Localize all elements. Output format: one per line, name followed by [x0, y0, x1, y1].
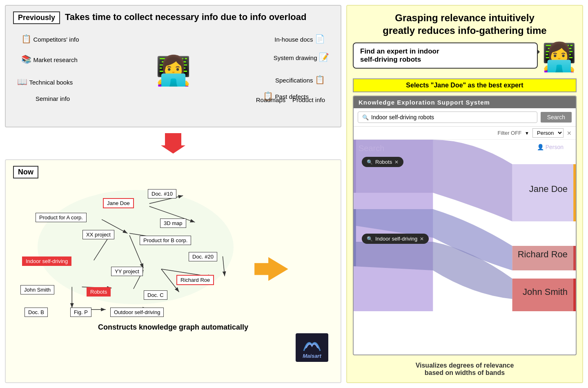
search-input-value: Indoor self-driving robots	[371, 114, 434, 120]
now-caption: Constructs knowledge graph automatically	[13, 323, 333, 332]
down-arrow	[5, 132, 341, 155]
info-item-system-drawing: System drawing 📝	[274, 52, 329, 62]
svg-rect-23	[573, 279, 576, 311]
node-richard-roe: Richard Roe	[176, 275, 214, 285]
node-jane-doe: Jane Doe	[103, 198, 134, 208]
node-product-a: Product for A corp.	[36, 213, 87, 222]
speech-bubble-area: Find an expert in indoor self-driving ro…	[353, 42, 577, 74]
node-john-smith: John Smith	[20, 285, 54, 294]
person-with-laptop-icon: 👩‍💻	[542, 41, 577, 74]
right-panel: Grasping relevance intuitively greatly r…	[346, 5, 583, 383]
svg-rect-20	[354, 209, 356, 266]
right-title: Grasping relevance intuitively greatly r…	[353, 11, 577, 37]
previously-badge: Previously	[13, 11, 60, 24]
chip-robots[interactable]: 🔍 Robots ✕	[362, 157, 403, 167]
node-product-b: Product for B corp.	[140, 236, 191, 245]
chip-indoor-label: Indoor self-driving	[375, 236, 417, 242]
info-item-market: 📚 Market research	[21, 54, 78, 64]
svg-rect-22	[573, 246, 576, 270]
maisart-logo: Maisart	[296, 333, 328, 362]
node-yy-project: YY project	[111, 267, 143, 276]
node-indoor: Indoor self-driving	[22, 256, 71, 266]
search-button[interactable]: Search	[541, 112, 572, 123]
svg-rect-21	[573, 164, 576, 221]
chip-indoor[interactable]: 🔍 Indoor self-driving ✕	[362, 234, 429, 244]
filter-close-btn[interactable]: ✕	[567, 130, 572, 136]
info-item-inhouse: In-house docs 📄	[274, 34, 325, 44]
left-panel: Previously Takes time to collect necessa…	[5, 5, 341, 383]
now-badge: Now	[13, 166, 38, 178]
speech-bubble: Find an expert in indoor self-driving ro…	[353, 42, 538, 69]
node-fig-p: Fig. P	[70, 308, 91, 317]
chip-search-icon-2: 🔍	[367, 236, 373, 242]
sankey-search-label: Search	[359, 144, 384, 153]
svg-rect-19	[354, 140, 356, 193]
info-item-seminar: Seminar info	[36, 95, 70, 103]
node-outdoor: Outdoor self-driving	[110, 308, 164, 317]
system-header: Knowledge Exploration Support System	[354, 96, 576, 108]
search-input-box[interactable]: 🔍 Indoor self-driving robots	[358, 111, 537, 123]
sankey-person-label: 👤 Person	[537, 144, 564, 150]
selects-banner: Selects "Jane Doe" as the best expert	[353, 78, 577, 92]
knowledge-graph: Jane Doe Doc. #10 3D map Product for A c…	[13, 182, 333, 321]
system-ui: Knowledge Exploration Support System 🔍 I…	[353, 96, 577, 355]
now-section: Now	[5, 159, 341, 383]
previously-section: Previously Takes time to collect necessa…	[5, 5, 341, 127]
person-john-smith: John Smith	[523, 287, 568, 297]
sankey-visualization: Search 👤 Person 🔍 Robots ✕ 🔍 Indoor self…	[354, 140, 576, 311]
chip-robots-close[interactable]: ✕	[394, 159, 399, 165]
system-search-bar: 🔍 Indoor self-driving robots Search	[354, 108, 576, 127]
filter-bar: Filter OFF ▼ Person ✕	[354, 127, 576, 140]
filter-triangle-icon: ▼	[525, 131, 529, 136]
right-caption: Visualizes degrees of relevance based on…	[353, 362, 577, 377]
node-doc20: Doc. #20	[189, 252, 217, 261]
person-icon-small: 👤	[537, 144, 544, 150]
info-item-specs: Specifications 📋	[275, 75, 325, 85]
svg-marker-16	[268, 257, 288, 281]
node-3d-map: 3D map	[160, 219, 186, 228]
svg-marker-0	[161, 133, 185, 154]
person-jane-doe: Jane Doe	[529, 184, 568, 194]
previously-title: Takes time to collect necessary info due…	[65, 11, 306, 23]
chip-robots-label: Robots	[375, 159, 392, 165]
node-doc-c: Doc. C	[144, 290, 167, 300]
node-doc10: Doc. #10	[148, 189, 176, 198]
search-icon: 🔍	[362, 114, 369, 120]
node-doc-b: Doc. B	[24, 308, 48, 317]
node-xx-project: XX project	[82, 230, 114, 239]
chip-search-icon: 🔍	[367, 159, 373, 165]
info-item-roadmaps: Roadmaps Product info	[256, 96, 325, 104]
filter-off-label: Filter OFF	[498, 130, 522, 136]
person-richard-roe: Richard Roe	[518, 249, 568, 260]
chip-indoor-close[interactable]: ✕	[420, 236, 424, 242]
info-item-competitors: 📋 Competitors' info	[21, 34, 79, 44]
graph-ellipse	[38, 190, 234, 304]
filter-select[interactable]: Person	[532, 128, 564, 138]
info-item-technical: 📖 Technical books	[17, 77, 73, 87]
node-robots: Robots	[87, 287, 111, 297]
svg-rect-17	[254, 263, 270, 275]
